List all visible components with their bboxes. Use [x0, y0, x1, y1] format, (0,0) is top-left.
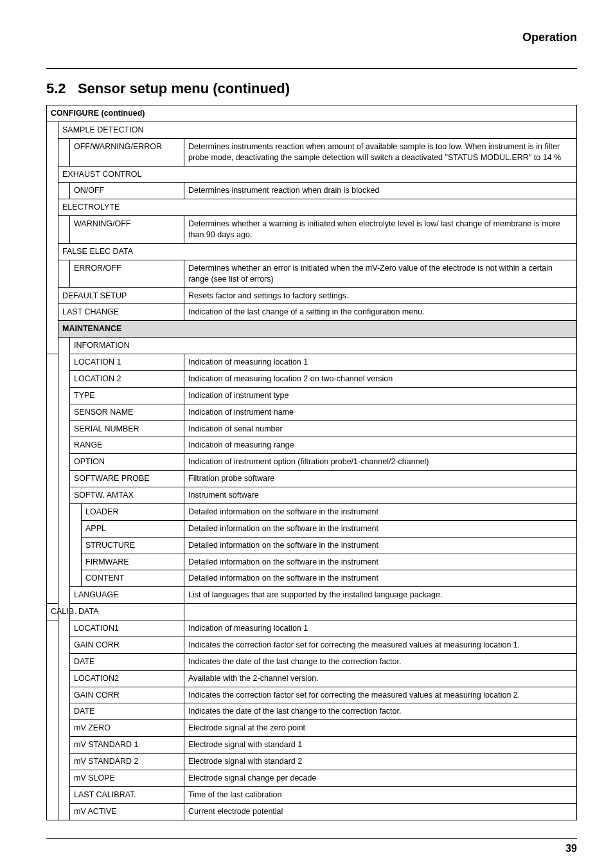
table-row: TYPE Indication of instrument type	[47, 387, 577, 404]
table-row: SOFTWARE PROBE Filtration probe software	[47, 471, 577, 487]
table-row: STRUCTURE Detailed information on the so…	[47, 537, 577, 554]
label-content: CONTENT	[82, 570, 184, 587]
group-maintenance: MAINTENANCE	[58, 321, 577, 338]
desc-electrolyte: Determines whether a warning is initiate…	[184, 216, 577, 244]
label-softw-amtax: SOFTW. AMTAX	[70, 487, 184, 504]
label-mv-standard-1: mV STANDARD 1	[70, 737, 184, 754]
row-false-elec: FALSE ELEC DATA	[58, 243, 577, 260]
row-information: INFORMATION	[70, 338, 577, 354]
label-loader: LOADER	[82, 503, 184, 520]
table-row: mV ACTIVE Current electrode potential	[47, 803, 577, 820]
header-rule	[46, 68, 577, 69]
desc-false-elec: Determines whether an error is initiated…	[184, 260, 577, 287]
desc-appl: Detailed information on the software in …	[184, 520, 577, 537]
table-row: LOCATION1 Indication of measuring locati…	[47, 620, 577, 637]
desc-mv-zero: Electrode signal at the zero point	[184, 720, 577, 737]
label-mv-standard-2: mV STANDARD 2	[70, 754, 184, 770]
desc-softw-amtax: Instrument software	[184, 487, 577, 504]
section-title: Sensor setup menu (continued)	[78, 80, 290, 96]
desc-last-change: Indication of the last change of a setti…	[184, 304, 577, 321]
table-row: SENSOR NAME Indication of instrument nam…	[47, 404, 577, 420]
label-range: RANGE	[70, 437, 184, 454]
desc-sensor-name: Indication of instrument name	[184, 404, 577, 420]
label-type: TYPE	[70, 387, 184, 404]
table-row: RANGE Indication of measuring range	[47, 437, 577, 454]
desc-mv-standard-2: Electrode signal with standard 2	[184, 754, 577, 770]
row-exhaust-control: EXHAUST CONTROL	[58, 166, 577, 183]
table-row: FALSE ELEC DATA	[47, 243, 577, 260]
table-row: FIRMWARE Detailed information on the sof…	[47, 554, 577, 570]
label-software-probe: SOFTWARE PROBE	[70, 471, 184, 487]
label-cd-location2: LOCATION2	[70, 670, 184, 687]
desc-cd-location2: Available with the 2-channel version.	[184, 670, 577, 687]
desc-location2: Indication of measuring location 2 on tw…	[184, 370, 577, 387]
desc-sample-detection: Determines instruments reaction when amo…	[184, 138, 577, 166]
label-last-calibrat: LAST CALIBRAT.	[70, 786, 184, 803]
label-off-warning-error: OFF/WARNING/ERROR	[70, 138, 184, 166]
table-row: LAST CHANGE Indication of the last chang…	[47, 304, 577, 321]
desc-range: Indication of measuring range	[184, 437, 577, 454]
desc-software-probe: Filtration probe software	[184, 471, 577, 487]
desc-loader: Detailed information on the software in …	[184, 503, 577, 520]
table-row: mV SLOPE Electrode signal change per dec…	[47, 770, 577, 786]
label-appl: APPL	[82, 520, 184, 537]
desc-structure: Detailed information on the software in …	[184, 537, 577, 554]
label-language: LANGUAGE	[70, 587, 184, 604]
label-gain-corr-1: GAIN CORR	[70, 637, 184, 653]
label-error-off: ERROR/OFF	[70, 260, 184, 287]
desc-gain-corr-1: Indicates the correction factor set for …	[184, 637, 577, 653]
label-location1: LOCATION 1	[70, 354, 184, 371]
desc-date-2: Indicates the date of the last change to…	[184, 703, 577, 720]
page-footer: 39	[46, 838, 577, 854]
desc-serial-number: Indication of serial number	[184, 420, 577, 437]
configuration-table: CONFIGURE (continued) SAMPLE DETECTION O…	[46, 105, 577, 820]
desc-mv-active: Current electrode potential	[184, 803, 577, 820]
section-number: 5.2	[46, 80, 66, 96]
table-row: APPL Detailed information on the softwar…	[47, 520, 577, 537]
table-row: mV STANDARD 2 Electrode signal with stan…	[47, 754, 577, 770]
table-row: DATE Indicates the date of the last chan…	[47, 703, 577, 720]
desc-mv-standard-1: Electrode signal with standard 1	[184, 737, 577, 754]
desc-location1: Indication of measuring location 1	[184, 354, 577, 371]
table-row: LOCATION 2 Indication of measuring locat…	[47, 370, 577, 387]
desc-firmware: Detailed information on the software in …	[184, 554, 577, 570]
label-date-1: DATE	[70, 653, 184, 670]
table-row: OFF/WARNING/ERROR Determines instruments…	[47, 138, 577, 166]
label-warning-off: WARNING/OFF	[70, 216, 184, 244]
table-row: CONTENT Detailed information on the soft…	[47, 570, 577, 587]
label-last-change: LAST CHANGE	[58, 304, 184, 321]
row-electrolyte: ELECTROLYTE	[58, 199, 577, 216]
table-row: ERROR/OFF Determines whether an error is…	[47, 260, 577, 287]
row-calib-data: CALIB. DATA	[47, 604, 184, 620]
page-number: 39	[46, 843, 577, 854]
table-row: MAINTENANCE	[47, 321, 577, 338]
desc-option: Indication of instrument option (filtrat…	[184, 454, 577, 471]
table-row: CONFIGURE (continued)	[47, 105, 577, 122]
table-row: OPTION Indication of instrument option (…	[47, 454, 577, 471]
table-row: WARNING/OFF Determines whether a warning…	[47, 216, 577, 244]
label-mv-slope: mV SLOPE	[70, 770, 184, 786]
table-row: LOCATION2 Available with the 2-channel v…	[47, 670, 577, 687]
desc-mv-slope: Electrode signal change per decade	[184, 770, 577, 786]
label-gain-corr-2: GAIN CORR	[70, 687, 184, 703]
label-mv-zero: mV ZERO	[70, 720, 184, 737]
table-row: INFORMATION	[47, 338, 577, 354]
desc-default-setup: Resets factor and settings to factory se…	[184, 287, 577, 304]
label-location2: LOCATION 2	[70, 370, 184, 387]
page-container: Operation 5.2 Sensor setup menu (continu…	[0, 0, 613, 868]
desc-cd-location1: Indication of measuring location 1	[184, 620, 577, 637]
table-row: ON/OFF Determines instrument reaction wh…	[47, 183, 577, 199]
desc-language: List of languages that are supported by …	[184, 587, 577, 604]
table-row: mV STANDARD 1 Electrode signal with stan…	[47, 737, 577, 754]
table-row: LAST CALIBRAT. Time of the last calibrat…	[47, 786, 577, 803]
table-row: LANGUAGE List of languages that are supp…	[47, 587, 577, 604]
desc-type: Indication of instrument type	[184, 387, 577, 404]
label-date-2: DATE	[70, 703, 184, 720]
section-heading: 5.2 Sensor setup menu (continued)	[46, 80, 577, 97]
row-sample-detection: SAMPLE DETECTION	[58, 122, 577, 138]
table-row: mV ZERO Electrode signal at the zero poi…	[47, 720, 577, 737]
table-row: GAIN CORR Indicates the correction facto…	[47, 637, 577, 653]
label-serial-number: SERIAL NUMBER	[70, 420, 184, 437]
label-sensor-name: SENSOR NAME	[70, 404, 184, 420]
table-row: LOCATION 1 Indication of measuring locat…	[47, 354, 577, 371]
